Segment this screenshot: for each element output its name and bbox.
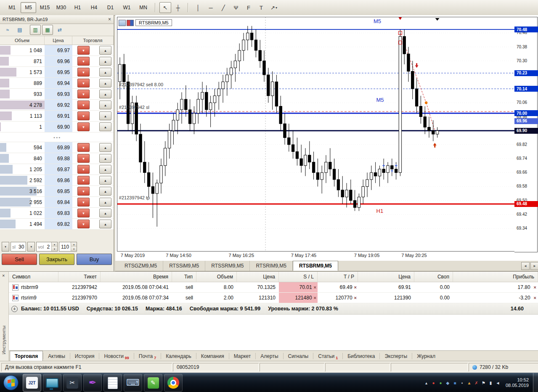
arrows-icon[interactable]: ↗▾ [268, 2, 280, 13]
buy-at-price-button[interactable]: ▴ [99, 46, 111, 55]
sell-at-price-button[interactable]: ▾ [77, 143, 90, 152]
buy-at-price-button[interactable]: ▴ [99, 165, 111, 174]
chart-list-icon[interactable] [119, 20, 126, 26]
security-alert-icon[interactable]: ● [430, 379, 437, 387]
sell-at-price-button[interactable]: ▾ [77, 187, 90, 196]
column-header-4[interactable]: Объем [196, 272, 237, 282]
buy-at-price-button[interactable]: ▴ [99, 176, 111, 185]
vertical-line-icon[interactable]: │ [192, 2, 204, 13]
position-row[interactable]: rtsrim92123979702019.05.08 07:07:34sell2… [9, 293, 538, 303]
toolbox-tab-новости[interactable]: Новости99 [99, 351, 133, 361]
column-header-3[interactable]: Тип [172, 272, 196, 282]
cursor-icon[interactable]: ↖ [159, 2, 171, 13]
trade-levels-icon[interactable]: ⇄ [54, 25, 65, 35]
sell-at-price-button[interactable]: ▾ [77, 57, 90, 66]
network-tray-icon[interactable]: ▮ [487, 379, 494, 387]
tp-stepper[interactable]: 110 ▲▼ [59, 242, 77, 252]
volume-stepper[interactable]: vol 2 ▲▼ [36, 242, 58, 252]
column-header-trade[interactable]: Торговля [72, 36, 114, 45]
keyboard-app-taskbar-button[interactable]: ⌨ [124, 374, 142, 392]
timeframe-h1-button[interactable]: H1 [70, 2, 85, 13]
buy-at-price-button[interactable]: ▴ [99, 68, 111, 77]
toolbox-tab-статьи[interactable]: Статьи1 [313, 351, 342, 361]
column-header-volume[interactable]: Объем [0, 36, 45, 45]
trendline-icon[interactable]: ╱ [217, 2, 229, 13]
remove-tp-button[interactable]: × [354, 295, 357, 300]
warning-tray-icon[interactable]: ▲ [466, 379, 473, 387]
buy-at-price-button[interactable]: ▴ [99, 143, 111, 152]
column-header-1[interactable]: Тикет [58, 272, 101, 282]
sell-at-price-button[interactable]: ▾ [77, 101, 90, 109]
scroll-left-icon[interactable]: ◄ [521, 262, 530, 270]
buy-at-price-button[interactable]: ▴ [99, 198, 111, 207]
editor-app-taskbar-button[interactable]: ✎ [144, 374, 162, 392]
xmeter-tray-icon[interactable]: ✗ [473, 379, 480, 387]
chart-tab-rtssrm9m5[interactable]: RTSSRM9,M5 [205, 261, 250, 271]
spin-up-icon[interactable]: ▲ [52, 242, 57, 247]
buy-at-price-button[interactable]: ▴ [99, 79, 111, 87]
timeframe-m30-button[interactable]: M30 [53, 2, 69, 13]
spin-down-icon[interactable]: ▼ [71, 247, 77, 252]
toolbox-tab-эксперты[interactable]: Эксперты [380, 351, 412, 361]
chart-mode-icon[interactable]: ▥ [30, 25, 41, 35]
toolbox-tab-компания[interactable]: Компания [196, 351, 229, 361]
buy-at-price-button[interactable]: ▴ [99, 111, 111, 120]
scroll-right-icon[interactable]: ► [530, 262, 538, 270]
sell-at-price-button[interactable]: ▾ [77, 79, 90, 87]
remove-sl-button[interactable]: × [314, 295, 316, 300]
buy-at-price-button[interactable]: ▴ [99, 57, 111, 66]
toolbox-tab-маркет[interactable]: Маркет [229, 351, 256, 361]
toolbox-tab-журнал[interactable]: Журнал [412, 351, 440, 361]
sell-at-price-button[interactable]: ▾ [77, 176, 90, 185]
remote-desktop-app-taskbar-button[interactable] [43, 374, 61, 392]
vol-spin-arrows[interactable]: ▲▼ [51, 242, 57, 251]
sell-at-price-button[interactable]: ▾ [77, 220, 90, 228]
snipping-tool-app-taskbar-button[interactable]: ✂ [63, 374, 82, 392]
spin-up-icon[interactable]: ▲ [71, 242, 77, 247]
column-header-8[interactable]: Цена [358, 272, 414, 282]
spin-down-icon[interactable]: ▼ [52, 247, 57, 252]
remove-sl-button[interactable]: × [314, 285, 316, 290]
chart-tab-rtssim9m5[interactable]: RTSSiM9,M5 [163, 261, 205, 271]
time-axis[interactable]: 7 May 20197 May 14:507 May 16:257 May 17… [117, 251, 515, 260]
chart-tab-rtsgzm9m5[interactable]: RTSGZM9,M5 [119, 261, 163, 271]
sell-at-price-button[interactable]: ▾ [77, 154, 90, 163]
column-header-10[interactable]: Прибыль [453, 272, 538, 282]
sell-button[interactable]: Sell [2, 254, 37, 265]
chart-symbol-icon[interactable] [127, 20, 134, 26]
tp-spin-arrows[interactable]: ▲▼ [71, 242, 77, 251]
column-header-price[interactable]: Цена [45, 36, 72, 45]
buy-at-price-button[interactable]: ▴ [99, 187, 111, 196]
tick-chart-icon[interactable]: ≈ [2, 25, 13, 35]
timeframe-mn-button[interactable]: MN [135, 2, 151, 13]
toolbox-tab-торговля[interactable]: Торговля [10, 351, 43, 361]
dropdown-chevron-icon[interactable]: ▾ [276, 6, 277, 10]
chrome-app-taskbar-button[interactable] [164, 374, 183, 392]
crosshair-icon[interactable]: ┼ [172, 2, 184, 13]
vol-value[interactable]: 2 [45, 244, 51, 250]
vol-dropdown-button[interactable]: ▾ [27, 242, 35, 252]
flag-tray-icon[interactable]: ⚑ [480, 379, 487, 387]
andrews-pitchfork-icon[interactable]: Ψ [230, 2, 242, 13]
chart-tab-rtsbrm9m5[interactable]: RTSBRM9,M5 [293, 261, 338, 271]
chart-tab-rtsrim9m5[interactable]: RTSRIM9,M5 [250, 261, 292, 271]
tp-value[interactable]: 110 [59, 244, 71, 250]
sell-at-price-button[interactable]: ▾ [77, 122, 90, 131]
market-statistics-icon[interactable]: ▤ [14, 25, 25, 35]
update-ready-icon[interactable]: ● [437, 379, 444, 387]
column-header-0[interactable]: Символ [9, 272, 58, 282]
sell-at-price-button[interactable]: ▾ [77, 68, 90, 77]
volume-tray-icon[interactable]: ◄ [494, 379, 501, 387]
toolbox-tab-календарь[interactable]: Календарь [161, 351, 196, 361]
close-position-button[interactable]: × [534, 295, 536, 300]
timeframe-m1-button[interactable]: M1 [4, 2, 20, 13]
close-icon[interactable]: × [2, 273, 5, 278]
chart-plot-area[interactable]: #212397942 sell 8.00#212397942 sl#212397… [117, 17, 515, 252]
sell-at-price-button[interactable]: ▾ [77, 165, 90, 174]
column-header-9[interactable]: Своп [414, 272, 453, 282]
expand-icon[interactable]: + [11, 306, 18, 312]
close-position-button[interactable]: Закрыть [39, 254, 74, 265]
start-button[interactable] [0, 373, 22, 392]
close-position-button[interactable]: × [534, 285, 536, 290]
sell-at-price-button[interactable]: ▾ [77, 90, 90, 98]
